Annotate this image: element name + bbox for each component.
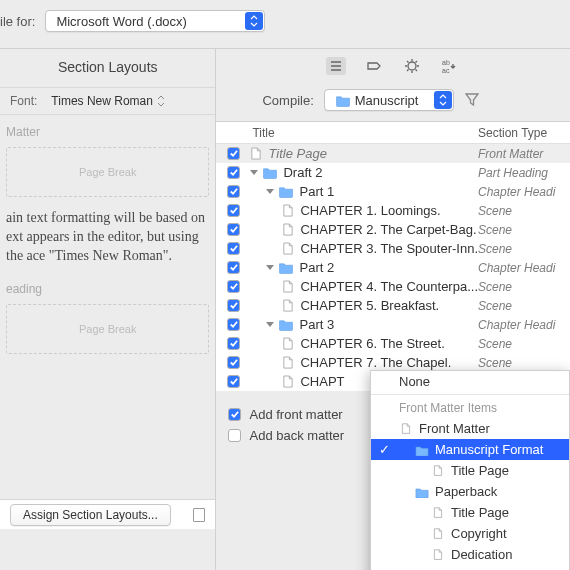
column-section-type[interactable]: Section Type [478,126,570,140]
row-section-type[interactable]: Scene [478,223,570,237]
document-icon [282,204,294,218]
row-title: CHAPT [300,374,344,389]
row-checkbox[interactable] [227,166,240,179]
font-label: Font: [10,94,37,108]
row-checkbox[interactable] [227,356,240,369]
popup-item[interactable]: ✓Manuscript Format [371,439,569,460]
popup-item[interactable]: Copyright [371,523,569,544]
disclosure-triangle-icon[interactable] [266,322,274,327]
popup-item-none[interactable]: None [371,371,569,392]
disclosure-triangle-icon[interactable] [250,170,258,175]
document-icon [431,528,445,540]
folder-icon [278,318,294,331]
document-icon [282,242,294,256]
layout-group-matter: Matter [6,125,209,139]
table-row[interactable]: Draft 2Part Heading [216,163,570,182]
row-section-type[interactable]: Chapter Headi [478,185,570,199]
row-section-type[interactable]: Scene [478,337,570,351]
row-title: Title Page [268,146,326,161]
row-title: Draft 2 [283,165,322,180]
row-checkbox[interactable] [227,337,240,350]
popup-item[interactable]: Blank Page [371,565,569,570]
table-row[interactable]: CHAPTER 2. The Carpet-Bag.Scene [216,220,570,239]
row-checkbox[interactable] [227,223,240,236]
row-checkbox[interactable] [227,299,240,312]
row-checkbox[interactable] [227,280,240,293]
format-select-value: Microsoft Word (.docx) [56,14,187,29]
table-row[interactable]: Part 1Chapter Headi [216,182,570,201]
table-row[interactable]: CHAPTER 5. Breakfast.Scene [216,296,570,315]
table-row[interactable]: Part 3Chapter Headi [216,315,570,334]
popup-item-label: Dedication [451,547,512,562]
table-row[interactable]: Title PageFront Matter [216,144,570,163]
popup-section-header: Front Matter Items [371,397,569,418]
row-title: CHAPTER 2. The Carpet-Bag. [300,222,476,237]
document-icon [282,299,294,313]
row-checkbox[interactable] [227,242,240,255]
tag-icon[interactable] [364,57,384,75]
row-title: Part 1 [299,184,334,199]
front-matter-popup[interactable]: None Front Matter Items Front Matter✓Man… [370,370,570,570]
row-section-type[interactable]: Scene [478,356,570,370]
document-icon [250,147,262,161]
chevron-updown-icon [245,12,263,30]
document-icon [282,375,294,389]
document-icon [431,549,445,561]
popup-item[interactable]: Paperback [371,481,569,502]
assign-section-layouts-button[interactable]: Assign Section Layouts... [10,504,171,526]
popup-item[interactable]: Front Matter [371,418,569,439]
page-break-marker: Page Break [6,304,209,354]
page-icon[interactable] [193,508,205,522]
popup-item[interactable]: Dedication [371,544,569,565]
row-checkbox[interactable] [227,375,240,388]
row-section-type[interactable]: Scene [478,280,570,294]
row-title: Part 3 [299,317,334,332]
row-checkbox[interactable] [227,204,240,217]
section-layouts-header: Section Layouts [0,49,215,87]
layout-preview-body: ain text formatting will be based on ext… [6,209,209,266]
filter-icon[interactable] [464,91,480,110]
popup-item-label: Manuscript Format [435,442,543,457]
compile-label: Compile: [262,93,313,108]
folder-icon [278,261,294,274]
row-section-type[interactable]: Scene [478,299,570,313]
document-icon [282,223,294,237]
column-title[interactable]: Title [250,126,478,140]
table-row[interactable]: CHAPTER 6. The Street.Scene [216,334,570,353]
row-section-type[interactable]: Part Heading [478,166,570,180]
popup-item-label: Copyright [451,526,507,541]
folder-icon [278,185,294,198]
row-checkbox[interactable] [227,147,240,160]
popup-item-label: Paperback [435,484,497,499]
row-checkbox[interactable] [227,185,240,198]
font-select[interactable]: Times New Roman [51,94,165,108]
list-view-icon[interactable] [326,57,346,75]
disclosure-triangle-icon[interactable] [266,265,274,270]
row-section-type[interactable]: Chapter Headi [478,318,570,332]
row-section-type[interactable]: Front Matter [478,147,570,161]
row-title: CHAPTER 5. Breakfast. [300,298,439,313]
gear-icon[interactable] [402,57,422,75]
format-select[interactable]: Microsoft Word (.docx) [45,10,265,32]
popup-item[interactable]: Title Page [371,502,569,523]
row-section-type[interactable]: Scene [478,242,570,256]
document-icon [431,507,445,519]
svg-text:ac: ac [442,67,450,74]
table-row[interactable]: Part 2Chapter Headi [216,258,570,277]
row-checkbox[interactable] [227,261,240,274]
row-title: CHAPTER 3. The Spouter-Inn. [300,241,478,256]
table-row[interactable]: CHAPTER 4. The Counterpa...Scene [216,277,570,296]
row-section-type[interactable]: Chapter Headi [478,261,570,275]
check-icon: ✓ [379,442,390,457]
popup-item-label: Title Page [451,463,509,478]
disclosure-triangle-icon[interactable] [266,189,274,194]
table-row[interactable]: CHAPTER 3. The Spouter-Inn.Scene [216,239,570,258]
compile-target-select[interactable]: Manuscript [324,89,454,111]
document-icon [282,280,294,294]
row-checkbox[interactable] [227,318,240,331]
table-row[interactable]: CHAPTER 1. Loomings.Scene [216,201,570,220]
replace-icon[interactable]: abac [440,57,460,75]
row-section-type[interactable]: Scene [478,204,570,218]
compile-target-value: Manuscript [355,93,419,108]
popup-item[interactable]: Title Page [371,460,569,481]
